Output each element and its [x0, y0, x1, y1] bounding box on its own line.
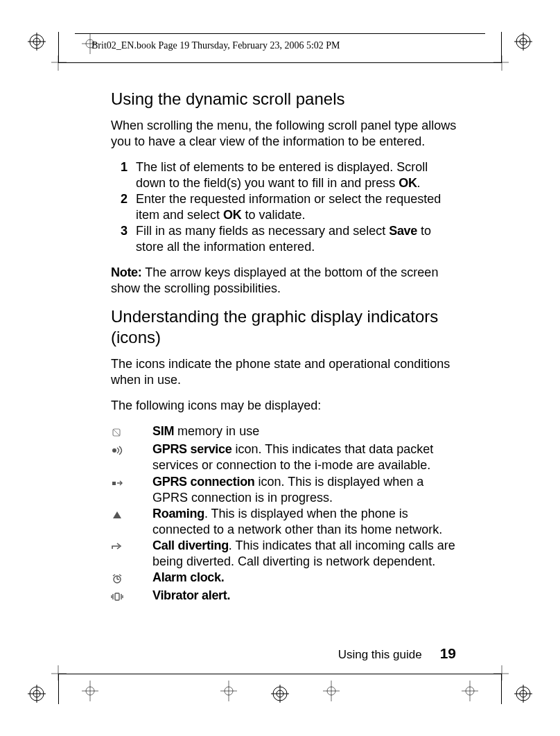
list-item: Fill in as many fields as necessary and …: [121, 223, 457, 255]
list-item: Call diverting. This indicates that all …: [111, 538, 457, 570]
section-heading: Using the dynamic scroll panels: [111, 89, 457, 109]
body-paragraph: The following icons may be displayed:: [111, 398, 457, 414]
page-footer: Using this guide 19: [338, 645, 456, 662]
step-text: Fill in as many fields as necessary and …: [136, 224, 389, 238]
keyword: SIM: [152, 424, 174, 438]
ordered-list: The list of elements to be entered is di…: [121, 159, 457, 255]
note-label: Note:: [111, 265, 142, 279]
svg-point-44: [112, 448, 116, 453]
crop-mark-icon: [51, 660, 72, 681]
running-header: Brit02_EN.book Page 19 Thursday, Februar…: [91, 40, 340, 51]
frame-line: [501, 674, 502, 704]
keyword: Vibrator alert.: [152, 588, 230, 602]
keyword: Call diverting: [152, 538, 229, 552]
step-text: .: [417, 176, 421, 190]
sim-icon: [111, 423, 152, 441]
body-paragraph: The icons indicate the phone state and o…: [111, 356, 457, 388]
svg-rect-51: [115, 593, 119, 600]
crop-mark-icon: [51, 55, 72, 76]
crop-mark-icon: [80, 681, 100, 701]
keyword: GPRS connection: [152, 475, 255, 489]
crop-mark-icon: [218, 681, 239, 701]
crop-mark-icon: [488, 660, 509, 681]
section-heading: Understanding the graphic display indica…: [111, 306, 457, 348]
list-item: Vibrator alert.: [111, 588, 457, 606]
roaming-icon: [111, 506, 152, 524]
page-content: Using the dynamic scroll panels When scr…: [111, 89, 457, 606]
step-text: to validate.: [241, 208, 305, 222]
registration-mark-icon: [28, 33, 46, 51]
frame-line: [58, 32, 59, 62]
keyword: Roaming: [152, 507, 204, 520]
svg-line-50: [119, 575, 121, 576]
desc-text: memory in use: [174, 424, 259, 438]
frame-line: [58, 674, 59, 704]
svg-line-49: [113, 575, 115, 576]
header-rule: [75, 33, 485, 34]
alarm-clock-icon: [111, 570, 152, 588]
frame-line: [58, 674, 502, 674]
page-number: 19: [440, 645, 456, 662]
gprs-service-icon: [111, 441, 152, 459]
list-item: Roaming. This is displayed when the phon…: [111, 506, 457, 538]
keyword: OK: [399, 176, 417, 190]
note-text: The arrow keys displayed at the bottom o…: [111, 265, 438, 295]
frame-line: [501, 32, 502, 62]
registration-mark-icon: [514, 33, 532, 51]
step-text: The list of elements to be entered is di…: [136, 160, 428, 190]
icon-definition-list: SIM memory in use GPRS service icon. Thi…: [111, 423, 457, 605]
crop-mark-icon: [321, 681, 342, 701]
call-divert-icon: [111, 538, 152, 556]
frame-line: [58, 62, 502, 63]
crop-mark-icon: [460, 681, 480, 701]
list-item: Enter the requested information or selec…: [121, 191, 457, 223]
keyword: Save: [389, 224, 417, 238]
keyword: GPRS service: [152, 442, 231, 456]
list-item: SIM memory in use: [111, 423, 457, 441]
registration-mark-icon: [271, 685, 289, 703]
list-item: Alarm clock.: [111, 570, 457, 588]
gprs-connection-icon: [111, 474, 152, 492]
body-paragraph: When scrolling the menu, the following s…: [111, 118, 457, 150]
list-item: The list of elements to be entered is di…: [121, 159, 457, 191]
keyword: OK: [223, 208, 241, 222]
list-item: GPRS connection icon. This is displayed …: [111, 474, 457, 506]
registration-mark-icon: [28, 685, 46, 703]
keyword: Alarm clock.: [152, 570, 224, 584]
list-item: GPRS service icon. This indicates that d…: [111, 441, 457, 473]
note-paragraph: Note: The arrow keys displayed at the bo…: [111, 265, 457, 297]
vibrator-alert-icon: [111, 588, 152, 606]
registration-mark-icon: [514, 685, 532, 703]
crop-mark-icon: [488, 55, 509, 76]
footer-section-name: Using this guide: [338, 648, 422, 662]
svg-rect-45: [112, 482, 116, 485]
